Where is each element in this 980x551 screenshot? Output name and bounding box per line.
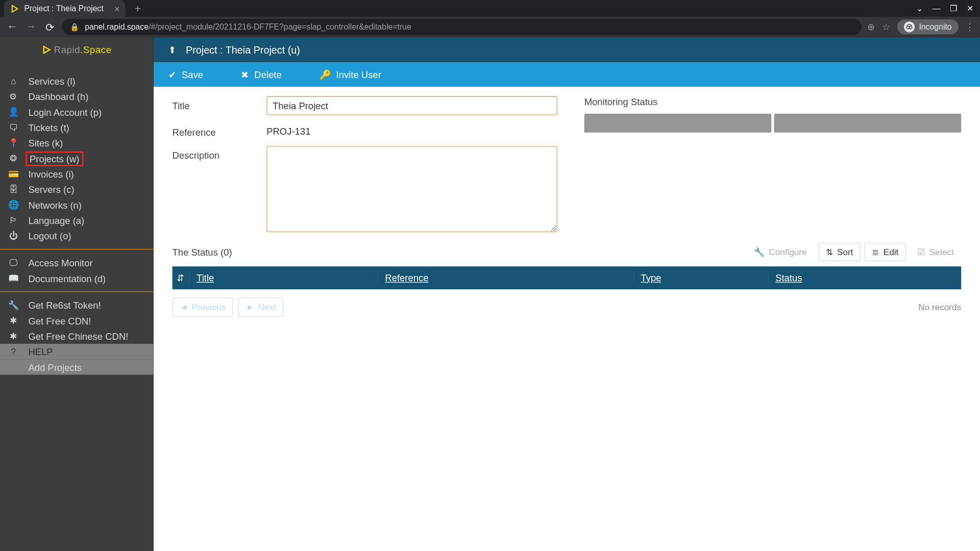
url-text: panel.rapid.space/#/project_module/20211… — [85, 22, 411, 32]
browser-tab[interactable]: Project : Theia Project × — [4, 0, 125, 17]
wrench-icon: 🔧 — [754, 247, 765, 257]
reference-label: Reference — [173, 123, 253, 138]
book-icon: 📖 — [8, 273, 19, 283]
table-header: ⇵ Title Reference Type Status — [173, 266, 962, 289]
sort-icon: ⇅ — [826, 247, 834, 257]
delete-button[interactable]: ✖Delete — [241, 69, 282, 80]
description-input[interactable] — [266, 146, 557, 232]
logo[interactable]: Rapid.Space — [0, 37, 154, 63]
reload-button[interactable]: ⟳ — [43, 20, 56, 33]
next-button[interactable]: ►Next — [238, 297, 283, 317]
globe-icon: 🌐 — [8, 200, 19, 210]
back-button[interactable]: ← — [6, 21, 19, 33]
sidebar-item-language[interactable]: 🏳Language (a) — [0, 213, 154, 228]
comment-icon: 🗨 — [8, 122, 19, 133]
title-label: Title — [173, 96, 253, 111]
minimize-icon[interactable]: — — [932, 4, 940, 13]
no-records-text: No records — [918, 302, 961, 312]
sidebar-group-tools: 🖵Access Monitor 📖Documentation (d) — [0, 255, 154, 286]
forward-button: → — [24, 21, 37, 33]
form-row-description: Description — [173, 146, 557, 232]
x-icon: ✖ — [241, 69, 249, 80]
table-footer: ◄Previous ►Next No records — [154, 289, 980, 325]
asterisk-icon: ✱ — [8, 315, 19, 325]
marker-icon: 📍 — [8, 138, 19, 148]
zoom-icon[interactable]: ⊕ — [867, 21, 875, 32]
cubes-icon: ❂ — [8, 154, 19, 164]
column-reference[interactable]: Reference — [378, 272, 634, 283]
sidebar-item-services[interactable]: ⌂Services (l) — [0, 73, 154, 89]
sidebar-item-servers[interactable]: 🗄Servers (c) — [0, 182, 154, 197]
incognito-badge[interactable]: Incognito — [897, 19, 959, 34]
page-titlebar: ⬆ Project : Theia Project (u) — [154, 37, 980, 63]
form-row-reference: Reference PROJ-131 — [173, 123, 557, 138]
sidebar-group-promo: 🔧Get Re6st Token! ✱Get Free CDN! ✱Get Fr… — [0, 297, 154, 344]
main-panel: ⬆ Project : Theia Project (u) ✔Save ✖Del… — [154, 37, 980, 551]
status-title: The Status (0) — [173, 246, 232, 257]
sidebar-item-login-account[interactable]: 👤Login Account (p) — [0, 104, 154, 119]
window-controls: ⌄ — ❐ ✕ — [916, 4, 980, 13]
form-area: Title Reference PROJ-131 Description Mon… — [154, 87, 980, 239]
sidebar-item-invoices[interactable]: 💳Invoices (i) — [0, 166, 154, 182]
monitoring-bar — [774, 114, 962, 133]
monitoring-label: Monitoring Status — [584, 96, 961, 107]
monitoring-status-bars — [584, 114, 961, 133]
url-field[interactable]: 🔒 panel.rapid.space/#/project_module/202… — [62, 19, 862, 35]
chevron-left-icon: ◄ — [180, 302, 188, 312]
previous-button[interactable]: ◄Previous — [173, 297, 233, 317]
maximize-icon[interactable]: ❐ — [950, 4, 958, 13]
database-icon: 🗄 — [8, 184, 19, 194]
close-window-icon[interactable]: ✕ — [967, 4, 973, 13]
sidebar-item-add-projects[interactable]: Add Projects — [0, 359, 154, 374]
browser-menu-icon[interactable]: ⋮ — [965, 21, 974, 32]
form-monitoring: Monitoring Status — [584, 96, 961, 232]
key-icon: 🔑 — [320, 69, 331, 80]
logo-mark-icon — [42, 45, 51, 54]
sidebar-item-cn-cdn[interactable]: ✱Get Free Chinese CDN! — [0, 329, 154, 344]
edit-button[interactable]: ≣Edit — [865, 243, 906, 261]
sidebar-item-help[interactable]: ?HELP — [0, 344, 154, 359]
column-status[interactable]: Status — [769, 272, 961, 283]
sidebar-divider — [0, 291, 154, 292]
check-square-icon: ☑ — [917, 247, 925, 257]
sidebar-item-networks[interactable]: 🌐Networks (n) — [0, 197, 154, 212]
svg-marker-3 — [44, 46, 50, 53]
status-tools: 🔧Configure ⇅Sort ≣Edit ☑Select — [747, 243, 961, 261]
home-icon: ⌂ — [8, 76, 19, 86]
sidebar-group-main: ⌂Services (l) ⚙Dashboard (h) 👤Login Acco… — [0, 63, 154, 244]
column-title[interactable]: Title — [190, 272, 378, 283]
monitor-icon: 🖵 — [8, 258, 19, 268]
sidebar-item-access-monitor[interactable]: 🖵Access Monitor — [0, 255, 154, 270]
reference-value: PROJ-131 — [266, 123, 310, 136]
sidebar-item-projects[interactable]: ❂Projects (w) — [0, 151, 154, 166]
sidebar-item-logout[interactable]: ⏻Logout (o) — [0, 228, 154, 243]
browser-tab-strip: Project : Theia Project × + ⌄ — ❐ ✕ — [0, 0, 980, 17]
configure-button[interactable]: 🔧Configure — [747, 243, 814, 261]
table-sort-column[interactable]: ⇵ — [173, 272, 190, 283]
sidebar-item-tickets[interactable]: 🗨Tickets (t) — [0, 120, 154, 135]
sidebar-item-cdn[interactable]: ✱Get Free CDN! — [0, 313, 154, 328]
up-icon[interactable]: ⬆ — [168, 44, 177, 55]
column-type[interactable]: Type — [634, 272, 769, 283]
description-label: Description — [173, 146, 253, 161]
tab-dropdown-icon[interactable]: ⌄ — [916, 4, 923, 13]
check-icon: ✔ — [168, 69, 177, 80]
save-button[interactable]: ✔Save — [168, 69, 203, 80]
language-icon: 🏳 — [8, 215, 19, 226]
form-row-title: Title — [173, 96, 557, 115]
card-icon: 💳 — [8, 169, 19, 179]
select-button[interactable]: ☑Select — [910, 243, 961, 261]
bookmark-icon[interactable]: ☆ — [882, 21, 891, 32]
new-tab-button[interactable]: + — [135, 3, 141, 15]
status-header: The Status (0) 🔧Configure ⇅Sort ≣Edit ☑S… — [154, 239, 980, 266]
sort-button[interactable]: ⇅Sort — [818, 243, 861, 261]
user-icon: 👤 — [8, 107, 19, 117]
sidebar-item-sites[interactable]: 📍Sites (k) — [0, 135, 154, 151]
title-input[interactable] — [266, 96, 557, 115]
sidebar-item-documentation[interactable]: 📖Documentation (d) — [0, 270, 154, 286]
close-tab-icon[interactable]: × — [114, 3, 120, 14]
invite-user-button[interactable]: 🔑Invite User — [320, 69, 381, 80]
power-icon: ⏻ — [8, 231, 19, 241]
sidebar-item-re6st[interactable]: 🔧Get Re6st Token! — [0, 297, 154, 313]
sidebar-item-dashboard[interactable]: ⚙Dashboard (h) — [0, 89, 154, 104]
